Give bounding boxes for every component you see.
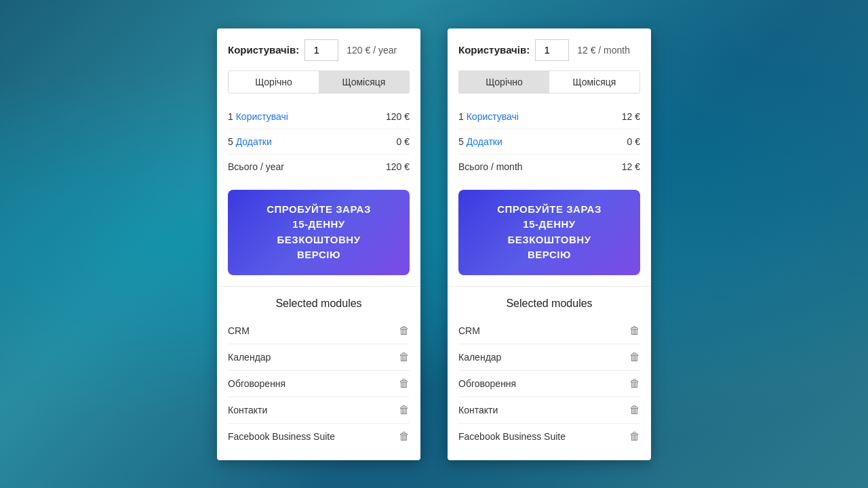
pricing-section-1: Користувачів: 120 € / year Щорічно Щоміс… — [217, 28, 420, 286]
cta-button-2[interactable]: СПРОБУЙТЕ ЗАРАЗ 15-ДЕННУ БЕЗКОШТОВНУ ВЕР… — [458, 190, 640, 275]
tab-monthly-2[interactable]: Щомісяця — [549, 71, 639, 93]
module-item-1-contacts: Контакти 🗑 — [228, 397, 410, 424]
price-row-value-2-2: 12 € — [622, 161, 640, 172]
tab-annual-2[interactable]: Щорічно — [459, 71, 549, 93]
users-input-2[interactable] — [535, 39, 569, 61]
module-item-2-contacts: Контакти 🗑 — [458, 397, 640, 424]
trash-icon-1-contacts[interactable]: 🗑 — [399, 404, 410, 416]
price-row-2-0: 1 Користувачі 12 € — [458, 104, 640, 129]
price-row-value-1-1: 0 € — [397, 136, 410, 147]
cta-button-1[interactable]: СПРОБУЙТЕ ЗАРАЗ 15-ДЕННУ БЕЗКОШТОВНУ ВЕР… — [228, 190, 410, 275]
trash-icon-2-discussions[interactable]: 🗑 — [629, 378, 640, 390]
module-item-1-discussions: Обговорення 🗑 — [228, 371, 410, 397]
price-row-value-1-2: 120 € — [386, 161, 410, 172]
module-item-2-discussions: Обговорення 🗑 — [458, 371, 640, 397]
users-label-2: Користувачів: — [458, 44, 530, 56]
trash-icon-2-calendar[interactable]: 🗑 — [629, 351, 640, 363]
trash-icon-2-contacts[interactable]: 🗑 — [629, 404, 640, 416]
module-item-2-facebook: Facebook Business Suite 🗑 — [458, 424, 640, 449]
price-row-label-2-1: 5 Додатки — [458, 136, 502, 147]
users-row-1: Користувачів: 120 € / year — [228, 39, 410, 61]
price-row-label-2-0: 1 Користувачі — [458, 111, 519, 122]
price-row-label-1-2: Всього / year — [228, 161, 284, 172]
pricing-section-2: Користувачів: 12 € / month Щорічно Щоміс… — [448, 28, 651, 286]
trash-icon-1-facebook[interactable]: 🗑 — [399, 430, 410, 443]
users-label-1: Користувачів: — [228, 44, 299, 56]
tabs-2: Щорічно Щомісяця — [458, 70, 640, 94]
price-row-value-2-0: 12 € — [622, 111, 640, 122]
price-row-label-1-1: 5 Додатки — [228, 136, 272, 147]
price-row-label-2-2: Всього / month — [458, 161, 523, 172]
users-input-1[interactable] — [304, 39, 338, 61]
trash-icon-2-facebook[interactable]: 🗑 — [629, 430, 640, 443]
module-item-1-calendar: Календар 🗑 — [228, 344, 410, 371]
module-name-2-facebook: Facebook Business Suite — [458, 431, 566, 442]
module-item-1-facebook: Facebook Business Suite 🗑 — [228, 424, 410, 449]
trash-icon-1-calendar[interactable]: 🗑 — [399, 351, 410, 363]
price-row-value-1-0: 120 € — [386, 111, 410, 122]
price-row-value-2-1: 0 € — [627, 136, 640, 147]
tab-monthly-1[interactable]: Щомісяця — [319, 71, 409, 93]
module-item-2-calendar: Календар 🗑 — [458, 344, 640, 371]
price-row-2-1: 5 Додатки 0 € — [458, 129, 640, 155]
module-name-1-calendar: Календар — [228, 352, 271, 363]
modules-title-1: Selected modules — [228, 298, 410, 310]
module-item-2-crm: CRM 🗑 — [458, 318, 640, 344]
module-name-2-contacts: Контакти — [458, 405, 498, 415]
price-row-2-2: Всього / month 12 € — [458, 155, 640, 179]
module-name-2-discussions: Обговорення — [458, 378, 516, 389]
modules-section-2: Selected modules CRM 🗑 Календар 🗑 Обгово… — [448, 286, 651, 460]
price-rows-1: 1 Користувачі 120 € 5 Додатки 0 € Всього… — [228, 104, 410, 179]
module-name-1-facebook: Facebook Business Suite — [228, 431, 335, 442]
price-rows-2: 1 Користувачі 12 € 5 Додатки 0 € Всього … — [458, 104, 640, 179]
modules-section-1: Selected modules CRM 🗑 Календар 🗑 Обгово… — [217, 286, 420, 460]
modules-title-2: Selected modules — [458, 298, 640, 310]
module-name-1-discussions: Обговорення — [228, 378, 285, 389]
module-name-1-crm: CRM — [228, 325, 250, 336]
price-row-1-2: Всього / year 120 € — [228, 155, 410, 179]
module-name-2-calendar: Календар — [458, 352, 501, 363]
trash-icon-2-crm[interactable]: 🗑 — [629, 325, 640, 337]
pricing-card-2: Користувачів: 12 € / month Щорічно Щоміс… — [448, 28, 651, 460]
price-row-1-0: 1 Користувачі 120 € — [228, 104, 410, 129]
price-period-2: 12 € / month — [577, 45, 630, 56]
users-row-2: Користувачів: 12 € / month — [458, 39, 640, 61]
module-item-1-crm: CRM 🗑 — [228, 318, 410, 344]
price-row-1-1: 5 Додатки 0 € — [228, 129, 410, 155]
price-row-label-1-0: 1 Користувачі — [228, 111, 288, 122]
tab-annual-1[interactable]: Щорічно — [229, 71, 319, 93]
tabs-1: Щорічно Щомісяця — [228, 70, 410, 94]
pricing-card-1: Користувачів: 120 € / year Щорічно Щоміс… — [217, 28, 420, 460]
trash-icon-1-crm[interactable]: 🗑 — [399, 325, 410, 337]
price-period-1: 120 € / year — [347, 45, 397, 56]
trash-icon-1-discussions[interactable]: 🗑 — [399, 378, 410, 390]
module-name-2-crm: CRM — [458, 325, 480, 336]
module-name-1-contacts: Контакти — [228, 405, 267, 415]
